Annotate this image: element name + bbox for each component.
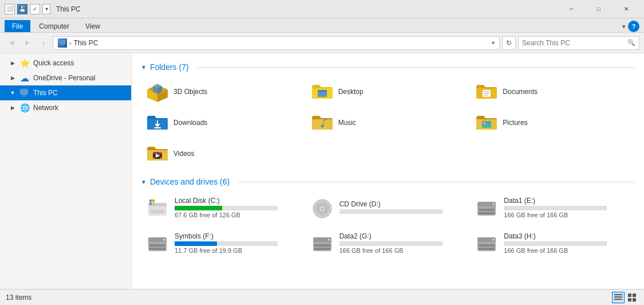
svg-rect-64 (479, 244, 495, 247)
drive-item-f[interactable]: Symbols (F:) 11.7 GB free of 19.9 GB (141, 228, 306, 259)
drive-bar-container-g (339, 241, 442, 246)
view-btn-details[interactable] (612, 292, 625, 303)
expand-icon-quick-access: ▶ (9, 60, 16, 67)
sidebar-item-onedrive[interactable]: ▶ ☁ OneDrive - Personal (0, 71, 131, 85)
folders-divider (197, 67, 635, 68)
drives-section-header[interactable]: ▼ Devices and drives (6) (141, 177, 635, 186)
drive-name-g: Data2 (G:) (339, 232, 465, 240)
tab-file[interactable]: File (5, 20, 30, 32)
tab-view[interactable]: View (78, 20, 108, 32)
search-input[interactable] (522, 39, 625, 47)
this-pc-icon (19, 88, 30, 98)
address-path[interactable]: › This PC ▾ (53, 36, 500, 50)
svg-rect-41 (152, 202, 155, 205)
up-button[interactable]: ↑ (37, 36, 50, 50)
drive-info-h: Data3 (H:) 166 GB free of 166 GB (504, 232, 630, 254)
tab-computer[interactable]: Computer (31, 20, 77, 32)
folders-section-title: Folders (7) (150, 62, 189, 72)
search-box[interactable]: 🔍 (518, 36, 639, 50)
folder-icon-downloads (146, 112, 169, 133)
folder-item-3d-objects[interactable]: 3D Objects (141, 77, 306, 106)
folder-name-pictures: Pictures (503, 119, 527, 127)
svg-rect-72 (628, 298, 631, 302)
svg-rect-1 (61, 44, 64, 45)
drives-grid: Local Disk (C:) 67.6 GB free of 126 GB (141, 192, 635, 259)
svg-rect-21 (154, 127, 161, 128)
minimize-button[interactable]: ─ (558, 1, 584, 17)
drive-icon-h (475, 232, 498, 255)
back-button[interactable]: ◀ (5, 36, 18, 50)
title-icon-check: ✓ (30, 4, 40, 14)
drive-item-e[interactable]: Data1 (E:) 166 GB free of 166 GB (470, 192, 635, 223)
sidebar-item-this-pc[interactable]: ▼ This PC (0, 85, 131, 100)
title-icon-dropdown[interactable]: ▾ (42, 4, 50, 14)
folder-name-videos: Videos (173, 150, 194, 158)
title-bar-icons: ⬜ 💾 ✓ ▾ (5, 4, 50, 14)
pc-icon (58, 38, 67, 48)
folders-section-header[interactable]: ▼ Folders (7) (141, 62, 635, 72)
drive-icon-g (311, 232, 334, 255)
svg-rect-65 (479, 248, 495, 250)
drive-info-d: CD Drive (D:) (339, 200, 465, 215)
folder-icon-music (311, 112, 334, 133)
sidebar-label-onedrive: OneDrive - Personal (33, 74, 96, 82)
svg-rect-59 (314, 244, 330, 247)
drive-item-c[interactable]: Local Disk (C:) 67.6 GB free of 126 GB (141, 192, 306, 223)
content-area: ▼ Folders (7) 3D Objects (132, 53, 644, 289)
drive-info-e: Data1 (E:) 166 GB free of 166 GB (504, 197, 630, 218)
folder-item-pictures[interactable]: Pictures (470, 108, 635, 137)
folder-item-documents[interactable]: Documents (470, 77, 635, 106)
ribbon-expand-icon[interactable]: ▾ (622, 23, 626, 30)
folder-item-music[interactable]: Music (306, 108, 471, 137)
drive-item-d[interactable]: CD Drive (D:) (306, 192, 471, 223)
drive-bar-f (175, 241, 217, 246)
drive-item-g[interactable]: Data2 (G:) 166 GB free of 166 GB (306, 228, 471, 259)
svg-rect-31 (153, 157, 155, 159)
drive-item-h[interactable]: Data3 (H:) 166 GB free of 166 GB (470, 228, 635, 259)
drive-free-c: 67.6 GB free of 126 GB (175, 212, 301, 218)
svg-rect-40 (149, 202, 152, 205)
folder-name-3d-objects: 3D Objects (173, 88, 207, 96)
title-icon-save: 💾 (17, 4, 27, 14)
maximize-button[interactable]: □ (586, 1, 612, 17)
svg-rect-4 (22, 95, 26, 96)
svg-rect-13 (318, 90, 327, 92)
search-icon: 🔍 (627, 39, 635, 46)
drives-divider (238, 182, 635, 182)
status-bar: 13 items (0, 289, 644, 305)
svg-rect-38 (149, 200, 152, 202)
window-controls: ─ □ ✕ (558, 1, 639, 17)
svg-rect-32 (160, 152, 162, 154)
address-dropdown-icon[interactable]: ▾ (492, 40, 495, 46)
main-layout: ▶ ⭐ Quick access ▶ ☁ OneDrive - Personal… (0, 53, 644, 289)
drives-chevron-icon: ▼ (141, 179, 147, 185)
view-btn-tiles[interactable] (626, 292, 638, 303)
svg-point-51 (492, 203, 495, 205)
folder-icon-3d-objects (146, 81, 169, 102)
folder-item-desktop[interactable]: Desktop (306, 77, 471, 106)
view-buttons (612, 292, 638, 303)
forward-button[interactable]: ▶ (21, 36, 34, 50)
drive-info-f: Symbols (F:) 11.7 GB free of 19.9 GB (175, 232, 301, 254)
ribbon: File Computer View ▾ ? (0, 18, 644, 33)
folder-item-downloads[interactable]: Downloads (141, 108, 306, 137)
sidebar-item-quick-access[interactable]: ▶ ⭐ Quick access (0, 56, 131, 71)
svg-point-25 (483, 122, 485, 124)
drive-free-f: 11.7 GB free of 19.9 GB (175, 247, 301, 254)
title-icon-blank: ⬜ (5, 4, 15, 14)
drive-info-g: Data2 (G:) 166 GB free of 166 GB (339, 232, 465, 254)
sidebar-item-network[interactable]: ▶ 🌐 Network (0, 100, 131, 115)
refresh-button[interactable]: ↻ (502, 36, 516, 50)
help-icon[interactable]: ? (628, 21, 639, 32)
close-button[interactable]: ✕ (613, 1, 639, 17)
quick-access-icon: ⭐ (19, 58, 30, 68)
drive-name-e: Data1 (E:) (504, 197, 630, 205)
svg-rect-54 (149, 244, 165, 247)
drive-bar-c (175, 206, 222, 210)
svg-point-66 (492, 238, 495, 241)
svg-rect-2 (60, 45, 65, 46)
folder-item-videos[interactable]: Videos (141, 139, 306, 168)
sidebar-label-network: Network (33, 104, 58, 112)
status-count: 13 items (6, 294, 607, 302)
network-icon: 🌐 (19, 103, 30, 113)
